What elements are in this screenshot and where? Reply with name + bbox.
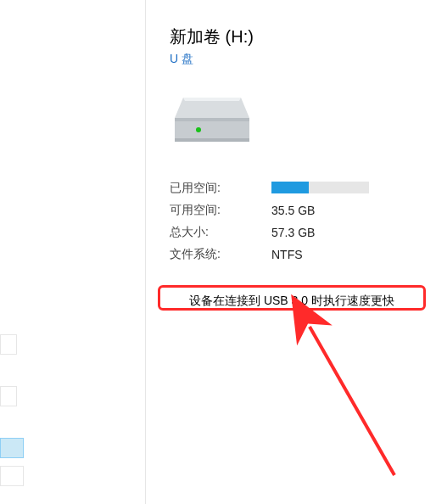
- svg-rect-2: [175, 118, 249, 142]
- filesystem-label: 文件系统:: [170, 247, 271, 262]
- filesystem-value: NTFS: [271, 248, 303, 261]
- left-list-item[interactable]: [0, 334, 17, 355]
- svg-line-6: [310, 327, 394, 475]
- vertical-divider: [145, 0, 146, 504]
- progress-bar: [271, 182, 369, 193]
- stat-row-free: 可用空间: 35.5 GB: [170, 199, 424, 221]
- drive-subtitle[interactable]: U 盘: [170, 52, 424, 67]
- used-space-label: 已用空间:: [170, 181, 271, 196]
- stat-row-total: 总大小: 57.3 GB: [170, 221, 424, 244]
- drive-icon: [170, 92, 254, 160]
- used-space-bar: [271, 182, 369, 196]
- usb-speed-text: 设备在连接到 USB 3.0 时执行速度更快: [189, 294, 394, 307]
- stat-row-fs: 文件系统: NTFS: [170, 244, 424, 266]
- svg-rect-4: [175, 138, 249, 142]
- total-size-value: 57.3 GB: [271, 226, 315, 239]
- left-list-item[interactable]: [0, 386, 17, 406]
- free-space-value: 35.5 GB: [271, 204, 315, 217]
- drive-details-panel: 新加卷 (H:) U 盘 已用空间:: [170, 25, 424, 266]
- svg-rect-3: [175, 118, 249, 121]
- usb-speed-notice: 设备在连接到 USB 3.0 时执行速度更快: [158, 285, 426, 311]
- svg-marker-1: [183, 98, 241, 101]
- free-space-label: 可用空间:: [170, 203, 271, 218]
- svg-point-5: [196, 127, 201, 132]
- progress-fill: [271, 182, 309, 193]
- drive-details-root: 新加卷 (H:) U 盘 已用空间:: [0, 0, 436, 504]
- stat-row-used: 已用空间:: [170, 177, 424, 199]
- left-collapsed-column: [0, 0, 41, 504]
- drive-title: 新加卷 (H:): [170, 25, 424, 48]
- total-size-label: 总大小:: [170, 225, 271, 240]
- left-list-item-selected[interactable]: [0, 438, 24, 458]
- left-list-item[interactable]: [0, 466, 24, 486]
